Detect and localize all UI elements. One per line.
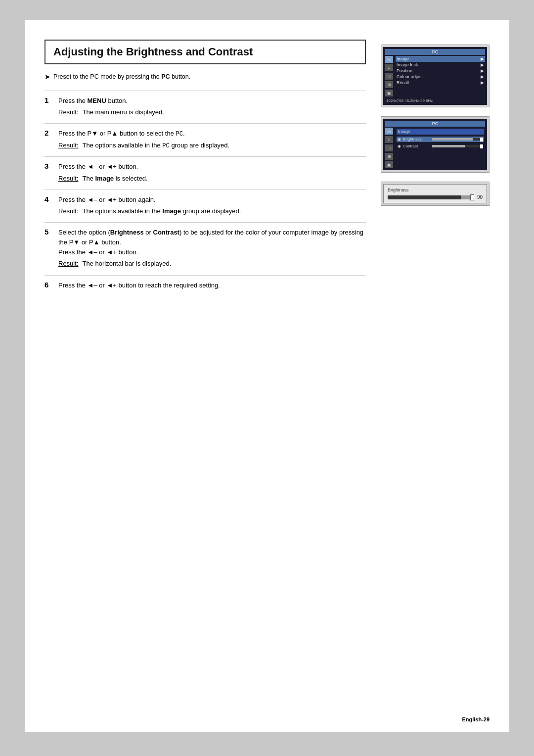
step-3-result: Result: The Image is selected. <box>58 174 366 184</box>
step-3-instruction: Press the ◄– or ◄+ button. <box>58 162 366 172</box>
screen-2-icon-1: ▤ <box>385 128 393 135</box>
right-column: PC ▤ ≡ □ ⊞ ▣ Image▶ Image lock▶ <box>381 40 490 712</box>
screen-menu-imagelock: Image lock▶ <box>396 62 485 68</box>
step-3-result-label: Result: <box>58 174 78 184</box>
screen-2-icon-2: ≡ <box>385 136 393 143</box>
prereq-text: Preset to the PC mode by pressing the PC… <box>53 73 190 80</box>
step-2: 2 Press the P▼ or P▲ button to select th… <box>44 123 366 150</box>
brightness-bar-track <box>388 195 474 199</box>
step-6-number: 6 <box>44 281 53 292</box>
screen-3-value: 90 <box>477 194 483 200</box>
screen-menu-colour: Colour adjust▶ <box>396 74 485 80</box>
step-1-content: Press the MENU button. Result: The main … <box>58 96 366 117</box>
screen-1-menu: Image▶ Image lock▶ Position▶ Colour adju… <box>396 56 485 96</box>
screen-2-titlebar: PC <box>385 121 485 127</box>
page-container: Adjusting the Brightness and Contrast ➤ … <box>25 20 509 732</box>
step-5-number: 5 <box>44 228 53 269</box>
step-3-content: Press the ◄– or ◄+ button. Result: The I… <box>58 162 366 183</box>
screen-1-inner: PC ▤ ≡ □ ⊞ ▣ Image▶ Image lock▶ <box>383 47 487 105</box>
step-4: 4 Press the ◄– or ◄+ button again. Resul… <box>44 189 366 216</box>
screen-1-footer: 1024x768 48.2kHz 59.8Hz <box>385 98 485 103</box>
screen-2-icon-3: □ <box>385 144 393 151</box>
page-footer: English-29 <box>462 716 490 722</box>
step-4-number: 4 <box>44 195 53 216</box>
step-1-number: 1 <box>44 96 53 117</box>
step-5-instruction: Select the option (Brightness or Contras… <box>58 228 366 257</box>
brightness-thumb <box>480 138 483 142</box>
screen-mockup-1: PC ▤ ≡ □ ⊞ ▣ Image▶ Image lock▶ <box>381 45 490 107</box>
prereq-arrow: ➤ <box>44 73 50 81</box>
left-column: Adjusting the Brightness and Contrast ➤ … <box>44 40 371 712</box>
screen-icon-5: ▣ <box>385 90 393 96</box>
brightness-bar-thumb <box>470 194 474 200</box>
brightness-track <box>432 138 483 141</box>
screen-icon-4: ⊞ <box>385 81 393 88</box>
steps-list: 1 Press the MENU button. Result: The mai… <box>44 91 366 292</box>
screen-2-content: Image ◉ Brightness ◉ Contrast <box>396 128 485 168</box>
contrast-thumb <box>480 144 483 148</box>
prereq-line: ➤ Preset to the PC mode by pressing the … <box>44 73 366 81</box>
step-4-result: Result: The options available in the Ima… <box>58 206 366 216</box>
step-6: 6 Press the ◄– or ◄+ button to reach the… <box>44 275 366 292</box>
screen-3-bar-row: 90 <box>388 194 483 200</box>
title-box: Adjusting the Brightness and Contrast <box>44 40 366 64</box>
screen-2-body: ▤ ≡ □ ⊞ ▣ Image ◉ Brightness <box>385 128 485 168</box>
step-2-result-label: Result: <box>58 141 78 151</box>
step-3: 3 Press the ◄– or ◄+ button. Result: The… <box>44 156 366 183</box>
step-5-content: Select the option (Brightness or Contras… <box>58 228 366 269</box>
step-5: 5 Select the option (Brightness or Contr… <box>44 222 366 269</box>
screen-1-titlebar: PC <box>385 49 485 55</box>
step-4-content: Press the ◄– or ◄+ button again. Result:… <box>58 195 366 216</box>
step-3-number: 3 <box>44 162 53 183</box>
screen-2-contrast-row: ◉ Contrast <box>397 143 484 149</box>
step-1: 1 Press the MENU button. Result: The mai… <box>44 91 366 117</box>
screen-menu-recall: Recall▶ <box>396 80 485 86</box>
screen-1-body: ▤ ≡ □ ⊞ ▣ Image▶ Image lock▶ <box>385 56 485 96</box>
screen-mockup-2: PC ▤ ≡ □ ⊞ ▣ Image ◉ Brightness <box>381 116 490 173</box>
step-5-result-label: Result: <box>58 259 78 269</box>
step-5-result: Result: The horizontal bar is displayed. <box>58 259 366 269</box>
screen-2-group-label: Image <box>397 129 484 135</box>
step-1-result: Result: The main menu is displayed. <box>58 107 366 117</box>
screen-mockup-3: Brightness 90 <box>381 182 490 206</box>
brightness-fill <box>432 138 473 141</box>
screen-3-label: Brightness <box>388 188 483 192</box>
screen-menu-image: Image▶ <box>396 56 485 62</box>
screen-3-inner: Brightness 90 <box>383 184 487 203</box>
step-1-result-label: Result: <box>58 107 78 117</box>
step-4-instruction: Press the ◄– or ◄+ button again. <box>58 195 366 205</box>
step-5-result-text: The horizontal bar is displayed. <box>82 259 171 269</box>
step-2-number: 2 <box>44 129 53 150</box>
brightness-bar-fill <box>388 195 461 199</box>
page-number: English-29 <box>462 716 490 722</box>
screen-menu-position: Position▶ <box>396 68 485 74</box>
screen-2-icon-4: ⊞ <box>385 153 393 160</box>
step-2-instruction: Press the P▼ or P▲ button to select the … <box>58 129 366 139</box>
step-1-result-text: The main menu is displayed. <box>82 107 164 117</box>
screen-icon-3: □ <box>385 73 393 80</box>
step-3-result-text: The Image is selected. <box>82 174 147 184</box>
step-1-instruction: Press the MENU button. <box>58 96 366 106</box>
step-4-result-text: The options available in the Image group… <box>82 206 241 216</box>
step-4-result-label: Result: <box>58 206 78 216</box>
step-6-content: Press the ◄– or ◄+ button to reach the r… <box>58 281 366 292</box>
step-6-instruction: Press the ◄– or ◄+ button to reach the r… <box>58 281 366 290</box>
contrast-fill <box>432 145 465 147</box>
screen-icon-2: ≡ <box>385 64 393 71</box>
contrast-track <box>432 145 483 147</box>
screen-2-icon-5: ▣ <box>385 161 393 168</box>
step-2-content: Press the P▼ or P▲ button to select the … <box>58 129 366 150</box>
screen-icon-1: ▤ <box>385 56 393 63</box>
screen-2-icons: ▤ ≡ □ ⊞ ▣ <box>385 128 394 168</box>
screen-1-icons: ▤ ≡ □ ⊞ ▣ <box>385 56 394 96</box>
page-title: Adjusting the Brightness and Contrast <box>53 46 357 58</box>
step-2-result: Result: The options available in the PC … <box>58 141 366 151</box>
screen-2-brightness-row: ◉ Brightness <box>397 137 484 142</box>
step-2-result-text: The options available in the PC group ar… <box>82 141 229 151</box>
screen-2-inner: PC ▤ ≡ □ ⊞ ▣ Image ◉ Brightness <box>383 119 487 170</box>
